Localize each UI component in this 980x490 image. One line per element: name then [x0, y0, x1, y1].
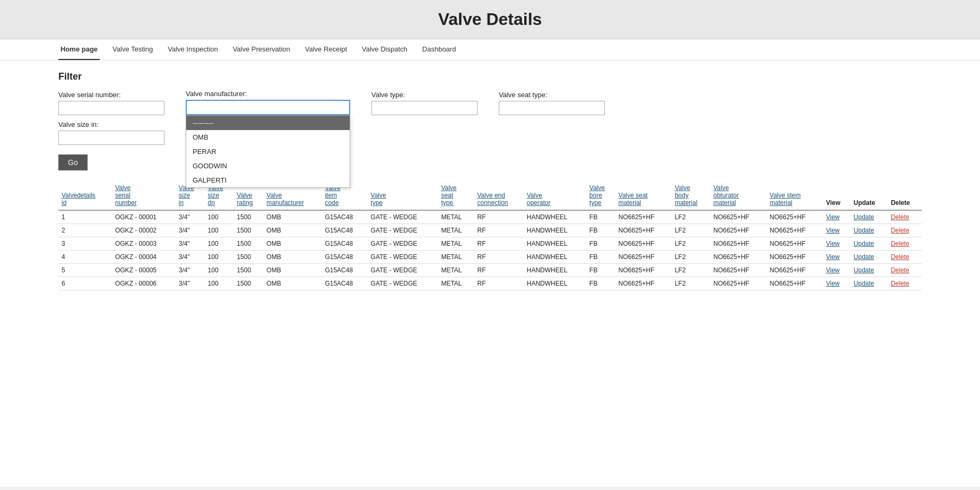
- dropdown-option-omb[interactable]: OMB: [186, 130, 350, 144]
- nav-valve-inspection[interactable]: Valve Inspection: [166, 39, 220, 60]
- col-serial[interactable]: Valveserialnumber: [112, 181, 176, 210]
- cell-delete[interactable]: Delete: [888, 251, 922, 264]
- cell-serial: OGKZ - 00003: [112, 237, 176, 251]
- cell-operator: HANDWHEEL: [524, 210, 586, 224]
- valve-type-input[interactable]: ---------: [371, 101, 478, 115]
- table-row: 1 OGKZ - 00001 3/4" 100 1500 OMB G15AC48…: [58, 210, 922, 224]
- delete-link[interactable]: Delete: [891, 253, 909, 261]
- cell-update[interactable]: Update: [851, 224, 888, 237]
- delete-link[interactable]: Delete: [891, 240, 909, 247]
- cell-delete[interactable]: Delete: [888, 277, 922, 290]
- cell-stem-material: NO6625+HF: [767, 277, 823, 290]
- seat-type-input[interactable]: ---------: [499, 101, 605, 115]
- cell-operator: HANDWHEEL: [524, 237, 586, 251]
- cell-serial: OGKZ - 00004: [112, 251, 176, 264]
- cell-view[interactable]: View: [823, 237, 851, 251]
- cell-manufacturer: OMB: [263, 237, 322, 251]
- update-link[interactable]: Update: [854, 280, 874, 287]
- cell-delete[interactable]: Delete: [888, 264, 922, 277]
- cell-update[interactable]: Update: [851, 264, 888, 277]
- cell-update[interactable]: Update: [851, 210, 888, 224]
- cell-size-dn: 100: [205, 224, 234, 237]
- col-delete: Delete: [888, 181, 922, 210]
- cell-rating: 1500: [233, 210, 263, 224]
- col-body-material[interactable]: Valvebodymaterial: [672, 181, 710, 210]
- cell-end-connection: RF: [474, 264, 523, 277]
- cell-bore-type: FB: [586, 237, 615, 251]
- nav-valve-testing[interactable]: Valve Testing: [110, 39, 155, 60]
- view-link[interactable]: View: [826, 267, 840, 274]
- cell-update[interactable]: Update: [851, 237, 888, 251]
- view-link[interactable]: View: [826, 280, 840, 287]
- seat-type-group: Valve seat type: ---------: [499, 91, 605, 115]
- view-link[interactable]: View: [826, 240, 840, 247]
- cell-view[interactable]: View: [823, 277, 851, 290]
- seat-type-label: Valve seat type:: [499, 91, 605, 99]
- size-label: Valve size in:: [58, 121, 164, 128]
- cell-stem-material: NO6625+HF: [767, 264, 823, 277]
- col-bore-type[interactable]: Valveboretype: [586, 181, 615, 210]
- cell-rating: 1500: [233, 277, 263, 290]
- cell-body-material: LF2: [672, 224, 710, 237]
- view-link[interactable]: View: [826, 213, 840, 221]
- update-link[interactable]: Update: [854, 240, 874, 247]
- page-header: Valve Details: [0, 0, 980, 39]
- delete-link[interactable]: Delete: [891, 213, 909, 221]
- col-update: Update: [851, 181, 888, 210]
- update-link[interactable]: Update: [854, 227, 874, 234]
- nav-dashboard[interactable]: Dashboard: [420, 39, 458, 60]
- nav-valve-receipt[interactable]: Valve Receipt: [303, 39, 349, 60]
- delete-link[interactable]: Delete: [891, 227, 909, 234]
- col-end-connection[interactable]: Valve endconnection: [474, 181, 523, 210]
- cell-delete[interactable]: Delete: [888, 210, 922, 224]
- cell-item-code: G15AC48: [322, 210, 367, 224]
- cell-serial: OGKZ - 00005: [112, 264, 176, 277]
- nav-valve-preservation[interactable]: Valve Preservation: [231, 39, 292, 60]
- cell-end-connection: RF: [474, 237, 523, 251]
- cell-type: GATE - WEDGE: [368, 264, 438, 277]
- cell-end-connection: RF: [474, 251, 523, 264]
- delete-link[interactable]: Delete: [891, 280, 909, 287]
- cell-update[interactable]: Update: [851, 251, 888, 264]
- cell-delete[interactable]: Delete: [888, 224, 922, 237]
- col-stem-material[interactable]: Valve stemmaterial: [767, 181, 823, 210]
- cell-update[interactable]: Update: [851, 277, 888, 290]
- update-link[interactable]: Update: [854, 253, 874, 261]
- size-input[interactable]: ---------: [58, 131, 164, 145]
- dropdown-option-goodwin[interactable]: GOODWIN: [186, 159, 350, 173]
- nav-valve-dispatch[interactable]: Valve Dispatch: [360, 39, 410, 60]
- filter-section: Filter Valve serial number: Valve manufa…: [58, 71, 922, 170]
- col-obturator-material[interactable]: Valveobturatormaterial: [710, 181, 766, 210]
- serial-number-input[interactable]: [58, 101, 164, 115]
- cell-view[interactable]: View: [823, 251, 851, 264]
- cell-type: GATE - WEDGE: [368, 251, 438, 264]
- manufacturer-input[interactable]: ---------: [186, 100, 350, 115]
- manufacturer-group: Valve manufacturer: --------- --------- …: [186, 90, 350, 115]
- cell-stem-material: NO6625+HF: [767, 251, 823, 264]
- cell-view[interactable]: View: [823, 264, 851, 277]
- cell-operator: HANDWHEEL: [524, 251, 586, 264]
- col-seat-material[interactable]: Valve seatmaterial: [615, 181, 672, 210]
- update-link[interactable]: Update: [854, 267, 874, 274]
- col-operator[interactable]: Valveoperator: [524, 181, 586, 210]
- dropdown-option-blank[interactable]: ---------: [186, 116, 350, 130]
- col-type[interactable]: Valvetype: [368, 181, 438, 210]
- cell-id: 2: [58, 224, 112, 237]
- cell-delete[interactable]: Delete: [888, 237, 922, 251]
- delete-link[interactable]: Delete: [891, 267, 909, 274]
- cell-view[interactable]: View: [823, 210, 851, 224]
- view-link[interactable]: View: [826, 253, 840, 261]
- dropdown-option-galperti[interactable]: GALPERTI: [186, 173, 350, 187]
- nav-home-page[interactable]: Home page: [58, 39, 100, 60]
- col-seat-type[interactable]: Valveseattype: [438, 181, 474, 210]
- cell-size-dn: 100: [205, 210, 234, 224]
- cell-view[interactable]: View: [823, 224, 851, 237]
- view-link[interactable]: View: [826, 227, 840, 234]
- col-id[interactable]: Valvedetailsid: [58, 181, 112, 210]
- go-button[interactable]: Go: [58, 154, 88, 170]
- cell-item-code: G15AC48: [322, 251, 367, 264]
- dropdown-option-perar[interactable]: PERAR: [186, 144, 350, 159]
- cell-body-material: LF2: [672, 251, 710, 264]
- cell-seat-type: METAL: [438, 224, 474, 237]
- update-link[interactable]: Update: [854, 213, 874, 221]
